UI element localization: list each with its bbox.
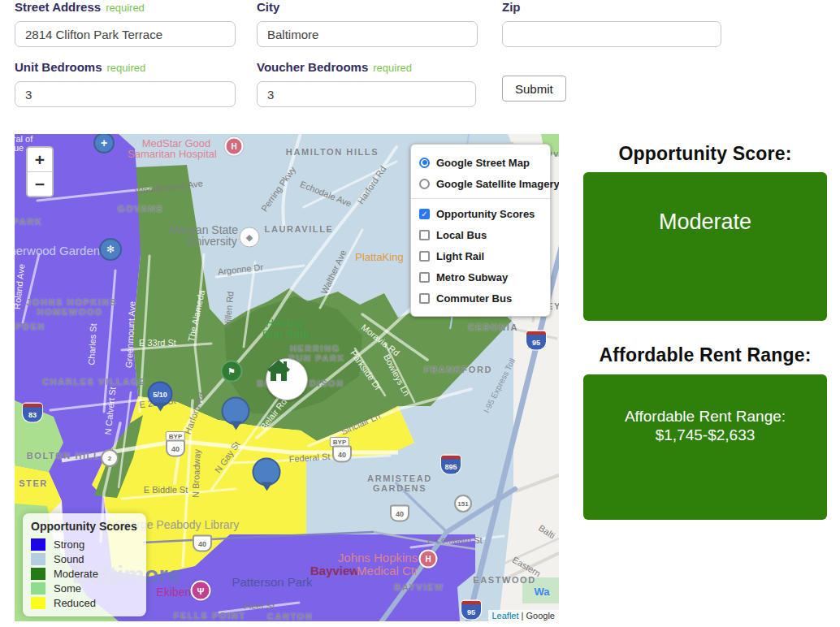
submit-button[interactable]: Submit xyxy=(502,76,566,102)
unit-bedrooms-input[interactable] xyxy=(15,81,236,107)
overlay-label: Opportunity Scores xyxy=(436,208,535,220)
checkbox-icon[interactable] xyxy=(419,251,430,262)
legend-swatch xyxy=(31,597,45,609)
score-box: Moderate xyxy=(583,172,827,321)
street-address-input[interactable] xyxy=(15,21,236,47)
zip-input[interactable] xyxy=(502,21,721,47)
rent-box: Affordable Rent Range: $1,745-$2,633 xyxy=(583,374,827,520)
attribution-separator: | xyxy=(522,611,524,621)
checkbox-icon[interactable]: ✓ xyxy=(419,209,430,219)
city-input[interactable] xyxy=(257,21,478,47)
overlay-option-commuter-bus[interactable]: Commuter Bus xyxy=(419,288,542,309)
checkbox-icon[interactable] xyxy=(419,230,430,240)
legend-label: Sound xyxy=(54,553,84,565)
legend-label: Reduced xyxy=(54,597,96,609)
hospital-icon[interactable]: H xyxy=(225,137,244,156)
radio-icon[interactable] xyxy=(419,158,430,168)
voucher-bedrooms-label: Voucher Bedrooms xyxy=(257,60,368,74)
rent-line1: Affordable Rent Range: xyxy=(583,407,827,426)
zoom-out-button[interactable]: − xyxy=(28,172,52,196)
layers-control-divider xyxy=(411,198,550,199)
hospital-icon[interactable]: H xyxy=(419,550,438,569)
radio-icon[interactable] xyxy=(419,179,430,189)
rent-range-heading: Affordable Rent Range: xyxy=(583,344,827,366)
overlay-option-metro-subway[interactable]: Metro Subway xyxy=(419,266,542,288)
opportunity-score-heading: Opportunity Score: xyxy=(583,143,827,165)
legend-item-moderate: Moderate xyxy=(31,566,138,581)
unit-bedrooms-label: Unit Bedrooms xyxy=(15,60,102,74)
overlay-label: Commuter Bus xyxy=(436,292,512,305)
base-layer-option-google-satellite-imagery[interactable]: Google Satellite Imagery xyxy=(419,173,542,194)
map-pin-marker[interactable] xyxy=(253,458,281,486)
zoom-in-button[interactable]: + xyxy=(28,148,52,172)
page: Street Addressrequired City Zip Unit Bed… xyxy=(0,0,840,627)
zip-field-group: Zip xyxy=(502,0,721,47)
score-value: Moderate xyxy=(583,210,827,235)
legend-item-reduced: Reduced xyxy=(31,595,138,610)
map-legend: Opportunity Scores StrongSoundModerateSo… xyxy=(23,513,146,616)
city-label: City xyxy=(257,0,279,14)
legend-item-strong: Strong xyxy=(31,537,138,551)
street-address-field-group: Street Addressrequired xyxy=(15,0,236,47)
legend-item-some: Some xyxy=(31,581,138,595)
overlay-label: Local Bus xyxy=(436,229,487,241)
base-layer-label: Google Street Map xyxy=(436,157,530,169)
restaurant-icon[interactable]: Ψ xyxy=(191,581,211,601)
city-field-group: City xyxy=(257,0,478,47)
home-address-marker[interactable] xyxy=(266,358,308,400)
legend-label: Moderate xyxy=(54,568,98,580)
checkbox-icon[interactable] xyxy=(419,293,430,304)
voucher-bedrooms-field-group: Voucher Bedroomsrequired xyxy=(257,60,476,107)
university-icon[interactable]: ◆ xyxy=(240,227,260,248)
house-icon xyxy=(266,359,291,382)
base-layer-label: Google Satellite Imagery xyxy=(436,178,559,190)
rent-line2: $1,745-$2,633 xyxy=(583,426,827,444)
map-attribution: Leaflet | Google xyxy=(488,610,560,621)
base-layer-option-google-street-map[interactable]: Google Street Map xyxy=(419,152,542,173)
score-pin-marker[interactable]: 5/10 xyxy=(148,382,173,407)
leaflet-attribution-link[interactable]: Leaflet xyxy=(492,611,519,621)
overlay-option-local-bus[interactable]: Local Bus xyxy=(419,224,542,245)
overlay-label: Light Rail xyxy=(436,250,484,262)
legend-label: Strong xyxy=(54,538,84,551)
street-address-label: Street Address xyxy=(15,0,101,14)
required-badge: required xyxy=(106,2,145,14)
map[interactable]: MedStar GoodSamaritan HospitalHAMILTON H… xyxy=(15,134,559,621)
required-badge: required xyxy=(107,62,146,74)
garden-icon[interactable]: ✻ xyxy=(99,238,122,261)
legend-title: Opportunity Scores xyxy=(31,520,138,533)
google-attribution-link[interactable]: Google xyxy=(526,611,555,621)
required-badge: required xyxy=(373,62,412,74)
golf-course-icon[interactable]: ⚑ xyxy=(221,361,243,383)
unit-bedrooms-field-group: Unit Bedroomsrequired xyxy=(15,60,236,107)
legend-item-sound: Sound xyxy=(31,551,138,566)
legend-label: Some xyxy=(54,582,81,595)
legend-swatch xyxy=(31,568,45,580)
map-pin-marker[interactable] xyxy=(222,397,250,426)
legend-swatch xyxy=(31,538,45,551)
map-zoom-control: + − xyxy=(26,146,54,197)
checkbox-icon[interactable] xyxy=(419,272,430,283)
overlay-option-opportunity-scores[interactable]: ✓Opportunity Scores xyxy=(419,203,542,224)
overlay-label: Metro Subway xyxy=(436,271,508,283)
voucher-bedrooms-input[interactable] xyxy=(257,81,476,107)
map-layers-control: Google Street MapGoogle Satellite Imager… xyxy=(410,144,551,317)
legend-swatch xyxy=(31,553,45,565)
legend-swatch xyxy=(31,582,45,595)
zip-label: Zip xyxy=(502,0,521,14)
overlay-option-light-rail[interactable]: Light Rail xyxy=(419,245,542,266)
